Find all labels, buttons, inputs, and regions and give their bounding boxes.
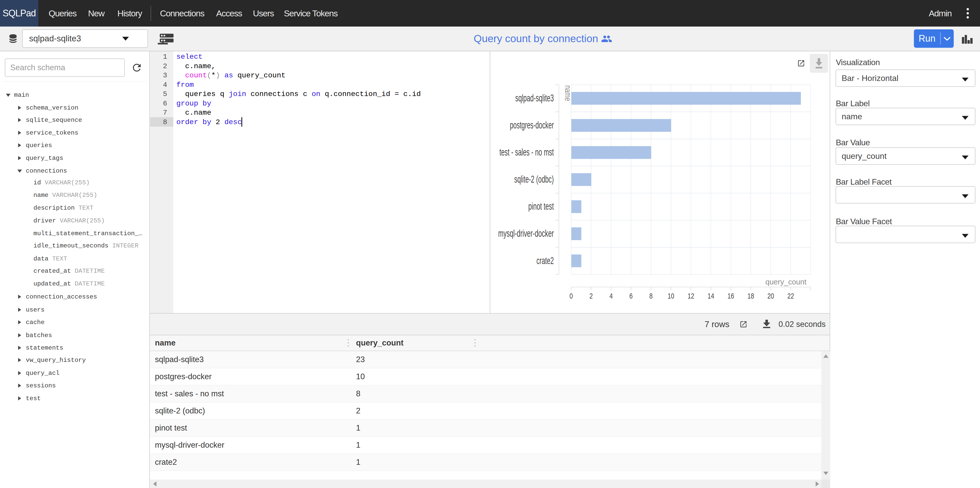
svg-text:sqlpad-sqlite3: sqlpad-sqlite3 [515,93,554,104]
svg-text:22: 22 [788,292,794,300]
svg-text:test - sales - no mst: test - sales - no mst [500,147,554,158]
svg-text:0: 0 [570,292,573,300]
svg-text:12: 12 [687,292,694,300]
svg-text:query_count: query_count [765,278,807,286]
svg-text:20: 20 [767,292,774,300]
svg-text:4: 4 [609,292,613,300]
svg-text:2: 2 [590,292,593,300]
svg-text:sqlite-2 (odbc): sqlite-2 (odbc) [514,174,554,185]
svg-text:postgres-docker: postgres-docker [510,120,554,131]
svg-text:8: 8 [649,292,652,300]
svg-text:14: 14 [708,292,714,300]
svg-text:18: 18 [748,292,754,300]
svg-text:name: name [563,85,573,101]
svg-text:6: 6 [629,292,633,300]
svg-text:10: 10 [668,292,674,300]
svg-text:mysql-driver-docker: mysql-driver-docker [498,228,554,239]
svg-text:pinot test: pinot test [528,201,554,212]
svg-text:16: 16 [728,292,734,300]
svg-text:crate2: crate2 [536,255,554,266]
